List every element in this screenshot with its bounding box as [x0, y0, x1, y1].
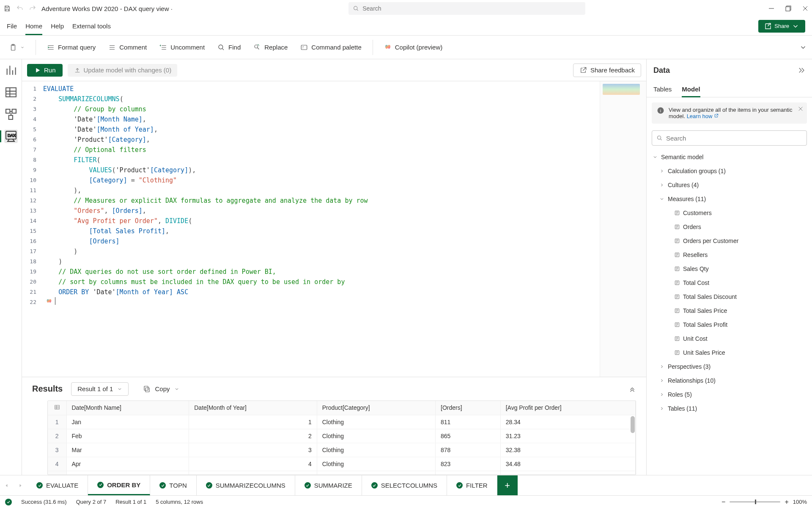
code-editor[interactable]: 1EVALUATE 2 SUMMARIZECOLUMNS( 3 // Group… [22, 81, 600, 377]
tab-model[interactable]: Model [682, 81, 700, 97]
table-view-icon[interactable] [4, 86, 18, 99]
rownum-header [48, 401, 66, 415]
tab-tables[interactable]: Tables [653, 81, 672, 97]
svg-rect-15 [144, 386, 148, 390]
info-icon: i [657, 107, 664, 114]
comment-icon [108, 44, 116, 51]
query-tab[interactable]: SELECTCOLUMNS [362, 475, 447, 495]
chevron-right-icon[interactable] [658, 392, 665, 397]
search-icon [217, 44, 225, 51]
global-search[interactable] [348, 2, 585, 15]
search-input[interactable] [362, 5, 581, 12]
paste-button[interactable] [5, 41, 29, 54]
comment-button[interactable]: Comment [104, 41, 151, 54]
measure-item[interactable]: Sales Qty [652, 262, 807, 276]
svg-point-6 [255, 45, 258, 48]
tab-nav-left[interactable] [0, 475, 14, 495]
col-header[interactable]: Date[Month Name] [66, 401, 189, 415]
close-icon[interactable] [802, 5, 809, 12]
save-icon[interactable] [3, 5, 11, 12]
table-row[interactable]: 2Feb2Clothing86531.23 [48, 429, 636, 443]
measure-item[interactable]: Total Cost [652, 276, 807, 290]
model-view-icon[interactable] [4, 108, 18, 121]
col-header[interactable]: [Avg Profit per Order] [500, 401, 635, 415]
collapse-pane-icon[interactable] [798, 66, 805, 74]
zoom-out-icon[interactable]: − [721, 498, 725, 506]
model-tree[interactable]: Semantic model Calculation groups (1) Cu… [647, 150, 812, 475]
query-tab[interactable]: SUMMARIZECOLUMNS [197, 475, 295, 495]
collapse-results-icon[interactable] [628, 385, 636, 393]
measure-icon [674, 210, 680, 216]
report-view-icon[interactable] [4, 64, 18, 77]
chevron-down-icon[interactable] [799, 44, 807, 51]
uncomment-button[interactable]: Uncomment [155, 41, 209, 54]
share-button[interactable]: Share [758, 20, 805, 33]
run-button[interactable]: Run [27, 64, 63, 77]
chevron-down-icon[interactable] [652, 155, 658, 160]
zoom-in-icon[interactable]: + [785, 498, 788, 506]
measure-icon [674, 321, 680, 328]
model-search[interactable] [652, 130, 807, 146]
query-tab[interactable]: TOPN [150, 475, 196, 495]
menu-home[interactable]: Home [25, 17, 42, 35]
format-query-button[interactable]: Format query [43, 41, 100, 54]
menu-file[interactable]: File [7, 17, 17, 35]
close-icon[interactable] [798, 106, 804, 112]
info-callout: i View and organize all of the items in … [652, 102, 807, 124]
find-button[interactable]: Find [213, 41, 245, 54]
restore-icon[interactable] [785, 5, 792, 12]
svg-rect-16 [55, 405, 60, 409]
uncomment-icon [159, 44, 167, 51]
svg-point-5 [219, 45, 223, 49]
results-grid[interactable]: Date[Month Name] Date[Month of Year] Pro… [48, 401, 636, 475]
svg-rect-14 [145, 388, 149, 392]
col-header[interactable]: [Orders] [436, 401, 501, 415]
add-query-tab[interactable]: + [497, 475, 518, 495]
measure-item[interactable]: Total Sales Price [652, 304, 807, 318]
chevron-right-icon[interactable] [658, 168, 665, 174]
measure-item[interactable]: Unit Cost [652, 331, 807, 345]
learn-how-link[interactable]: Learn how [687, 113, 719, 119]
results-scrollbar[interactable] [631, 416, 635, 474]
measure-item[interactable]: Orders [652, 220, 807, 234]
result-selector[interactable]: Result 1 of 1 [71, 382, 129, 396]
replace-button[interactable]: Replace [249, 41, 292, 54]
col-header[interactable]: Date[Month of Year] [189, 401, 317, 415]
menu-help[interactable]: Help [51, 17, 64, 35]
measure-icon [674, 224, 680, 230]
copilot-button[interactable]: Copilot (preview) [380, 41, 447, 54]
query-tab[interactable]: SUMMARIZE [295, 475, 362, 495]
copy-button[interactable]: Copy [137, 383, 185, 395]
measure-item[interactable]: Unit Sales Price [652, 345, 807, 359]
query-tab[interactable]: ORDER BY [88, 475, 150, 495]
query-tab[interactable]: EVALUATE [27, 475, 88, 495]
table-row[interactable]: 1Jan1Clothing81128.34 [48, 415, 636, 429]
dax-view-icon[interactable]: DAX [4, 130, 18, 143]
menu-external-tools[interactable]: External tools [72, 17, 111, 35]
chevron-right-icon[interactable] [658, 406, 665, 411]
measure-item[interactable]: Total Sales Profit [652, 318, 807, 331]
measure-item[interactable]: Customers [652, 206, 807, 220]
table-row[interactable]: 5May5Clothing105639.92 [48, 471, 636, 475]
editor-minimap[interactable] [600, 81, 646, 377]
chevron-down-icon[interactable] [658, 196, 665, 202]
table-row[interactable]: 4Apr4Clothing82334.48 [48, 457, 636, 471]
query-tab[interactable]: FILTER [447, 475, 497, 495]
chevron-right-icon[interactable] [658, 378, 665, 383]
table-row[interactable]: 3Mar3Clothing87832.38 [48, 443, 636, 457]
copilot-inline-icon[interactable] [45, 297, 53, 306]
chevron-right-icon[interactable] [658, 182, 665, 188]
measure-item[interactable]: Orders per Customer [652, 234, 807, 248]
minimize-icon[interactable] [768, 5, 775, 12]
measure-item[interactable]: Total Sales Discount [652, 290, 807, 304]
tab-nav-right[interactable] [14, 475, 27, 495]
redo-icon[interactable] [29, 5, 36, 12]
zoom-slider[interactable] [730, 501, 780, 502]
chevron-right-icon[interactable] [658, 364, 665, 369]
share-feedback-button[interactable]: Share feedback [573, 64, 641, 77]
col-header[interactable]: Product[Category] [317, 401, 435, 415]
measure-item[interactable]: Resellers [652, 248, 807, 262]
model-search-input[interactable] [666, 135, 802, 142]
undo-icon[interactable] [16, 5, 24, 12]
command-palette-button[interactable]: Command palette [296, 41, 365, 54]
